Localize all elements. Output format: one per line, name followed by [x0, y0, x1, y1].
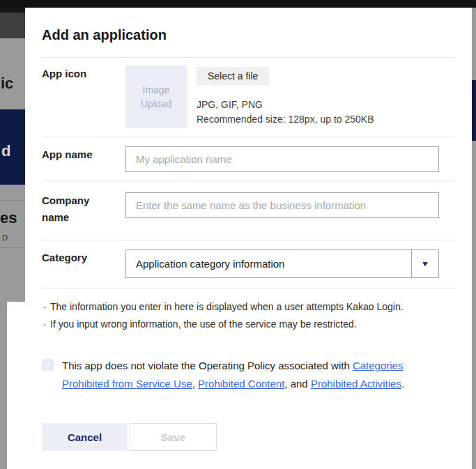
company-name-label: Company name: [42, 192, 114, 226]
policy-row: ✓ This app does not violate the Operatin…: [42, 357, 453, 393]
policy-text: This app does not violate the Operating …: [62, 357, 442, 393]
app-name-row: App name: [42, 137, 455, 180]
policy-text-before: This app does not violate the Operating …: [62, 360, 353, 371]
modal-title: Add an application: [42, 26, 455, 43]
company-name-row: Company name: [42, 181, 455, 240]
policy-period: .: [401, 378, 404, 390]
app-name-label: App name: [42, 146, 114, 163]
cancel-button[interactable]: Cancel: [42, 423, 128, 451]
bullet-icon: ·: [43, 298, 50, 316]
recommended-size-hint: Recommended size: 128px, up to 250KB: [197, 112, 374, 127]
policy-checkbox[interactable]: ✓: [42, 359, 54, 371]
bg-divider-line: [0, 200, 25, 201]
bg-segment-navy-banner-right: [472, 80, 476, 141]
bg-segment-black: [0, 8, 25, 13]
page-top-bar: [0, 0, 476, 8]
upload-meta: Select a file JPG, GIF, PNG Recommended …: [197, 66, 374, 127]
category-select[interactable]: Application category information ▼: [125, 249, 439, 278]
list-item: · The information you enter in here is d…: [43, 298, 455, 316]
category-arrow-cell: ▼: [411, 250, 438, 277]
category-selected-value: Application category information: [126, 258, 411, 270]
note-text: If you input wrong information, the use …: [50, 316, 357, 333]
app-icon-row: App icon Image Upload Select a file JPG,…: [42, 58, 455, 137]
link-prohibited-activities[interactable]: Prohibited Activities: [311, 378, 401, 390]
app-icon-label: App icon: [42, 66, 114, 82]
bg-segment-darkgray: [0, 13, 25, 38]
category-row: Category Application category informatio…: [42, 240, 455, 288]
link-prohibited-content[interactable]: Prohibited Content: [198, 378, 284, 390]
bg-text-fragment: d: [1, 142, 10, 160]
image-upload-dropzone[interactable]: Image Upload: [125, 66, 187, 128]
select-file-button[interactable]: Select a file: [197, 67, 269, 86]
bg-thin-gray-strip: [0, 302, 7, 469]
policy-separator: ,: [192, 378, 198, 390]
bg-divider-line: [0, 247, 25, 248]
bg-segment-gray-upper: ic: [0, 38, 25, 109]
policy-separator: , and: [284, 378, 311, 390]
check-icon: ✓: [44, 360, 51, 370]
bg-text-fragment: ic: [1, 75, 13, 93]
bg-text-fragment: D: [2, 233, 8, 242]
bullet-icon: ·: [43, 316, 50, 333]
save-button[interactable]: Save: [130, 423, 217, 451]
company-name-input[interactable]: [125, 192, 439, 218]
category-label: Category: [42, 249, 114, 266]
image-upload-placeholder: Image Upload: [135, 83, 177, 111]
dimmed-page-left-strip: ic d es D: [0, 8, 25, 469]
bg-text-fragment: es: [0, 209, 17, 227]
bg-segment-gray-lower: es D: [0, 185, 25, 302]
bg-segment-bottom-white: [0, 302, 25, 469]
note-text: The information you enter in here is dis…: [50, 298, 404, 316]
notes-list: · The information you enter in here is d…: [42, 289, 455, 333]
dimmed-page-right-strip: [472, 8, 476, 469]
add-application-modal: Add an application App icon Image Upload…: [25, 8, 472, 469]
screen: ic d es D Add an application App icon Im…: [0, 0, 476, 469]
chevron-down-icon: ▼: [421, 260, 430, 268]
modal-actions: Cancel Save: [42, 423, 455, 451]
list-item: · If you input wrong information, the us…: [43, 316, 455, 333]
bg-segment-navy-banner: d: [0, 109, 25, 185]
file-formats-hint: JPG, GIF, PNG: [197, 98, 374, 112]
app-name-input[interactable]: [125, 146, 439, 172]
